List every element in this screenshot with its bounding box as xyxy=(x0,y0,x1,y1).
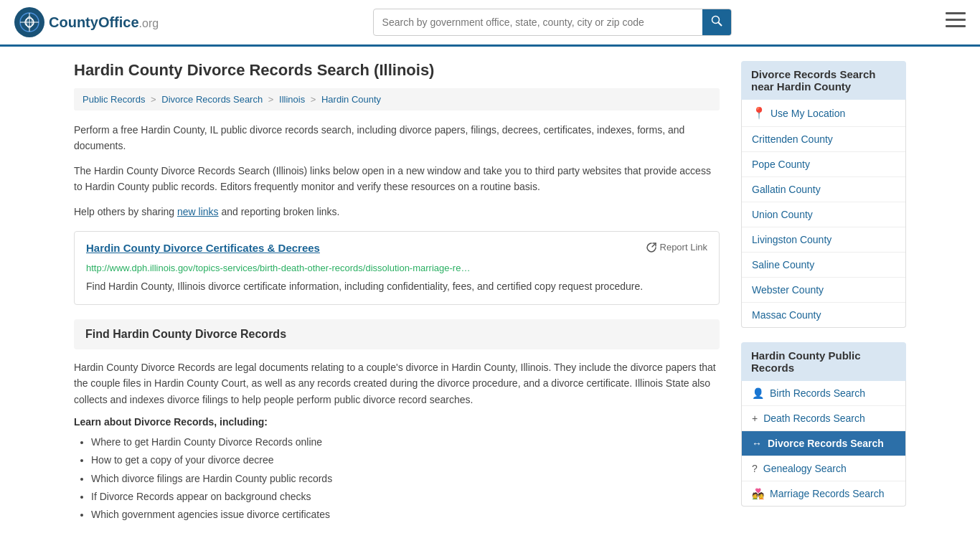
public-records-section-header: Hardin County Public Records xyxy=(741,342,906,381)
sidebar: Divorce Records Search near Hardin Count… xyxy=(741,61,906,524)
nearby-county-link[interactable]: Livingston County xyxy=(752,234,831,245)
bullet-item: Which divorce filings are Hardin County … xyxy=(91,470,720,488)
public-records-icon: ? xyxy=(752,463,758,474)
description-2: The Hardin County Divorce Records Search… xyxy=(74,163,720,195)
public-records-icon: + xyxy=(752,413,758,424)
link-url[interactable]: http://www.dph.illinois.gov/topics-servi… xyxy=(86,263,707,273)
main-wrapper: Hardin County Divorce Records Search (Il… xyxy=(60,47,920,538)
nearby-county-item[interactable]: Crittenden County xyxy=(742,127,905,152)
nearby-county-item[interactable]: Massac County xyxy=(742,303,905,327)
svg-line-6 xyxy=(718,22,722,26)
site-header: CountyOffice.org xyxy=(0,0,980,47)
nearby-county-link[interactable]: Pope County xyxy=(752,159,810,170)
search-input[interactable] xyxy=(374,11,702,34)
nearby-county-item[interactable]: Webster County xyxy=(742,278,905,303)
link-description: Find Hardin County, Illinois divorce cer… xyxy=(86,279,707,294)
logo-icon xyxy=(14,7,44,37)
new-links-link[interactable]: new links xyxy=(177,206,219,217)
page-title: Hardin County Divorce Records Search (Il… xyxy=(74,61,720,80)
bullet-item: If Divorce Records appear on background … xyxy=(91,488,720,506)
content-area: Hardin County Divorce Records Search (Il… xyxy=(74,61,720,524)
public-records-link[interactable]: Divorce Records Search xyxy=(768,438,884,449)
public-records-icon: 👤 xyxy=(752,387,764,399)
use-location-link[interactable]: Use My Location xyxy=(771,108,845,119)
nearby-county-link[interactable]: Union County xyxy=(752,209,813,220)
bullet-item: Which government agencies issue divorce … xyxy=(91,506,720,524)
use-my-location[interactable]: 📍 Use My Location xyxy=(742,100,905,127)
find-section: Find Hardin County Divorce Records xyxy=(74,319,720,349)
bullet-item: Where to get Hardin County Divorce Recor… xyxy=(91,433,720,451)
nearby-county-item[interactable]: Pope County xyxy=(742,152,905,177)
public-records-link[interactable]: Death Records Search xyxy=(763,413,865,424)
nearby-county-item[interactable]: Livingston County xyxy=(742,227,905,253)
public-records-icon: 💑 xyxy=(752,488,764,499)
find-section-subtitle: Learn about Divorce Records, including: xyxy=(74,416,720,428)
search-button[interactable] xyxy=(702,9,731,35)
nearby-links: 📍 Use My Location Crittenden CountyPope … xyxy=(741,100,906,328)
find-section-title: Find Hardin County Divorce Records xyxy=(85,328,708,341)
public-records-link[interactable]: Marriage Records Search xyxy=(770,488,885,499)
svg-rect-8 xyxy=(946,19,966,21)
nearby-county-item[interactable]: Gallatin County xyxy=(742,177,905,202)
link-card-title[interactable]: Hardin County Divorce Certificates & Dec… xyxy=(86,242,320,254)
description-3: Help others by sharing new links and rep… xyxy=(74,204,720,220)
link-card: Hardin County Divorce Certificates & Dec… xyxy=(74,231,720,305)
nearby-county-link[interactable]: Webster County xyxy=(752,284,824,296)
nearby-county-link[interactable]: Crittenden County xyxy=(752,133,833,145)
public-records-links: 👤Birth Records Search+Death Records Sear… xyxy=(741,381,906,507)
link-card-header: Hardin County Divorce Certificates & Dec… xyxy=(86,242,707,258)
public-records-item[interactable]: +Death Records Search xyxy=(742,406,905,431)
description-1: Perform a free Hardin County, IL public … xyxy=(74,122,720,154)
nearby-county-item[interactable]: Union County xyxy=(742,202,905,227)
breadcrumb: Public Records > Divorce Records Search … xyxy=(74,88,720,110)
nearby-county-link[interactable]: Saline County xyxy=(752,259,814,270)
breadcrumb-illinois[interactable]: Illinois xyxy=(279,94,305,105)
public-records-link[interactable]: Genealogy Search xyxy=(763,463,847,474)
public-records-item[interactable]: 👤Birth Records Search xyxy=(742,381,905,406)
nearby-county-item[interactable]: Saline County xyxy=(742,253,905,278)
find-section-para: Hardin County Divorce Records are legal … xyxy=(74,359,720,408)
search-bar xyxy=(373,9,732,36)
breadcrumb-public-records[interactable]: Public Records xyxy=(83,94,145,105)
breadcrumb-divorce-records[interactable]: Divorce Records Search xyxy=(161,94,263,105)
breadcrumb-hardin-county[interactable]: Hardin County xyxy=(321,94,381,105)
report-link-button[interactable]: Report Link xyxy=(646,242,707,253)
nearby-section-header: Divorce Records Search near Hardin Count… xyxy=(741,61,906,100)
public-records-item[interactable]: ?Genealogy Search xyxy=(742,456,905,481)
svg-rect-9 xyxy=(946,25,966,27)
logo-area[interactable]: CountyOffice.org xyxy=(14,7,159,37)
public-records-link[interactable]: Birth Records Search xyxy=(770,387,865,399)
nearby-county-link[interactable]: Massac County xyxy=(752,309,821,321)
svg-rect-7 xyxy=(946,12,966,14)
logo-text: CountyOffice.org xyxy=(49,14,159,31)
public-records-item[interactable]: 💑Marriage Records Search xyxy=(742,481,905,506)
hamburger-menu-icon[interactable] xyxy=(946,12,966,32)
bullets-list: Where to get Hardin County Divorce Recor… xyxy=(91,433,720,524)
bullet-item: How to get a copy of your divorce decree xyxy=(91,451,720,469)
public-records-item[interactable]: ↔Divorce Records Search xyxy=(742,431,905,456)
public-records-icon: ↔ xyxy=(752,438,762,449)
nearby-county-link[interactable]: Gallatin County xyxy=(752,184,821,195)
